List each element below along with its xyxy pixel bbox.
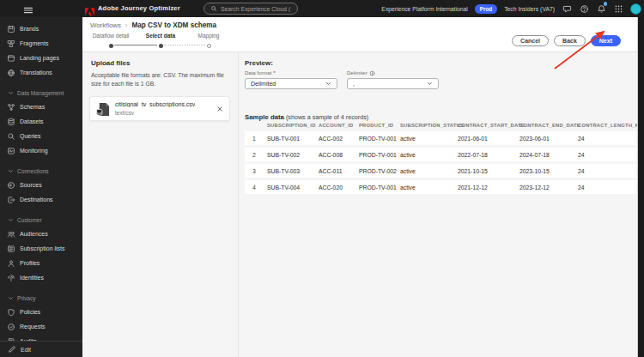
close-icon [216,106,223,112]
sidebar-item-label: Landing pages [20,55,59,61]
apps-grid-icon [614,4,623,14]
policies-icon [7,308,15,317]
sidebar-item-audiences[interactable]: Audiences [0,227,82,241]
search-input[interactable] [221,6,291,12]
profiles-icon [7,259,15,268]
back-button[interactable]: Back [554,35,586,46]
notification-dot [604,2,608,6]
audiences-icon [7,230,15,239]
sidebar-section-connections[interactable]: Connections [0,164,82,178]
step-dot-mapping [207,44,211,48]
sidebar-item-sources[interactable]: Sources [0,178,82,192]
sidebar-item-brands[interactable]: Brands [0,21,82,36]
table-cell: ACC-020 [319,180,359,194]
sidebar-item-fragments[interactable]: Fragments [0,36,82,51]
column-header: ACCOUNT_ID [319,120,359,129]
table-cell: ACC-008 [319,148,359,161]
feedback-button[interactable] [562,3,572,14]
sidebar-item-queries[interactable]: Queries [0,129,82,143]
monitoring-icon [7,147,15,155]
sidebar-nav: Brands Fragments Landing pages Translati… [0,17,82,341]
table-cell: active [400,148,458,161]
remove-file-button[interactable] [216,105,224,113]
sidebar-item-label: Schemas [20,104,45,110]
chevron-down-icon [427,81,433,87]
chevron-down-icon [8,217,14,223]
table-row[interactable]: 2SUB-TV-002ACC-008PROD-TV-001active2022-… [245,148,636,161]
delimiter-label: Delimiter [347,70,368,76]
sidebar-section-label: Privacy [17,295,36,301]
topbar-right: Experience Platform International Prod T… [381,0,641,17]
sidebar-item-subscription-lists[interactable]: Subscription lists [0,241,82,256]
user-avatar[interactable] [630,3,641,15]
table-cell: 1 [245,131,267,145]
column-header: SUBSCRIPTION_STATUS [400,120,458,129]
table-cell: 2023-10-15 [519,164,578,178]
sidebar-item-schemas[interactable]: Schemas [0,100,82,114]
menu-icon[interactable] [23,3,33,14]
sidebar-section-privacy[interactable]: Privacy [0,291,82,305]
sidebar-item-translations[interactable]: Translations [0,65,82,80]
table-cell: 24 [578,180,636,194]
cancel-button[interactable]: Cancel [512,35,549,46]
sidebar-item-profiles[interactable]: Profiles [0,256,82,270]
table-cell: 2024-07-18 [519,148,578,161]
sidebar-section-customer[interactable]: Customer [0,213,82,227]
breadcrumb-workflows[interactable]: Workflows [90,21,121,29]
step-dot-select-data [159,44,163,48]
table-cell: active [400,164,458,178]
sidebar-section-label: Data Management [17,90,64,96]
destinations-icon [7,196,15,204]
app-switcher-button[interactable] [613,3,623,14]
sidebar-section-label: Connections [17,168,49,174]
upload-description: Acceptable file formats are: CSV. The ma… [91,71,230,88]
upload-files-title: Upload files [91,59,130,67]
datasets-icon [7,118,15,126]
required-asterisk: * [273,70,275,76]
panel-divider [238,52,239,357]
next-button[interactable]: Next [591,35,621,46]
sidebar-edit-button[interactable]: Edit [0,341,82,357]
table-cell: 2021-12-12 [458,180,519,194]
sidebar-item-monitoring[interactable]: Monitoring [0,143,82,158]
uploaded-file-card[interactable]: citisignal_tv_subscriptions.csv text/csv [89,96,230,121]
environment-badge[interactable]: Prod [475,4,497,14]
table-cell: 2021-10-15 [458,164,519,178]
pencil-icon [8,345,16,354]
sidebar-item-label: Fragments [20,40,48,46]
sidebar-item-label: Profiles [20,260,39,266]
fragments-icon [7,39,15,48]
table-row[interactable]: 1SUB-TV-001ACC-002PROD-TV-001active2021-… [245,131,636,145]
sidebar-item-label: Subscription lists [20,245,65,251]
table-cell: PROD-TV-001 [359,131,400,145]
sandbox-name[interactable]: Tech Insiders (VA7) [504,6,555,12]
table-cell: PROD-TV-001 [359,148,400,161]
sidebar-item-policies[interactable]: Policies [0,305,82,319]
sidebar-item-requests[interactable]: Requests [0,319,82,334]
sidebar-item-datasets[interactable]: Datasets [0,114,82,129]
delimiter-select[interactable]: , [347,78,439,89]
info-icon[interactable] [369,70,375,76]
global-search[interactable] [204,3,298,15]
notifications-button[interactable] [596,3,606,14]
sidebar-item-identities[interactable]: Identities [0,270,82,285]
data-format-value: Delimited [251,81,276,87]
step-label-mapping[interactable]: Mapping [174,33,243,39]
org-name: Experience Platform International [381,6,468,12]
landing-pages-icon [7,54,15,63]
sidebar-item-destinations[interactable]: Destinations [0,192,82,207]
column-header: CONTRACT_START_DATE [458,120,519,129]
sidebar-section-data-management[interactable]: Data Management [0,86,82,100]
table-row[interactable]: 4SUB-TV-004ACC-020PROD-TV-001active2021-… [245,180,636,194]
screen-right-edge [637,17,644,357]
data-format-select[interactable]: Delimited [245,78,337,89]
sidebar-item-audits[interactable]: Audits [0,334,82,341]
breadcrumb: Workflows › Map CSV to XDM schema [90,21,216,29]
table-cell: SUB-TV-003 [267,164,319,178]
table-cell: SUB-TV-001 [267,131,319,145]
table-row[interactable]: 3SUB-TV-003ACC-011PROD-TV-002active2021-… [245,164,636,178]
sidebar-item-landing-pages[interactable]: Landing pages [0,51,82,65]
column-header [245,120,267,129]
chevron-down-icon [8,295,14,301]
help-button[interactable] [579,3,589,14]
